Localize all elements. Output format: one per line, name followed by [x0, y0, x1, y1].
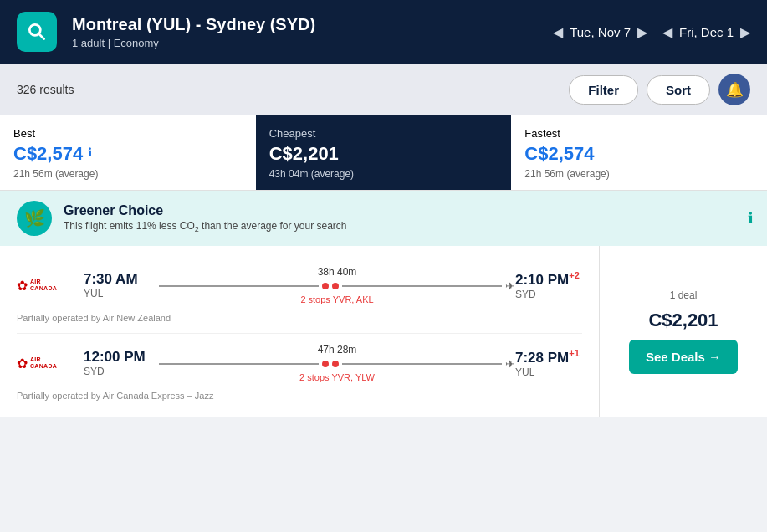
return-stop-dot-2	[332, 361, 339, 367]
outbound-line: ✈	[159, 279, 515, 293]
route-info: Montreal (YUL) - Sydney (SYD) 1 adult | …	[72, 15, 538, 49]
return-line-2	[342, 363, 502, 365]
return-next-arrow[interactable]: ▶	[740, 24, 750, 40]
see-deals-label: See Deals →	[646, 350, 721, 364]
plane-icon-return: ✈	[505, 357, 515, 371]
return-line: ✈	[159, 357, 515, 371]
outbound-arrive-airport: SYD	[515, 289, 582, 300]
toolbar-actions: Filter Sort 🔔	[569, 74, 750, 105]
deal-price: C$2,201	[648, 309, 718, 331]
depart-date-nav: ◀ Tue, Nov 7 ▶	[553, 24, 647, 40]
outbound-arrive-time: 2:10 PM+2	[515, 270, 582, 289]
greener-subtitle: This flight emits 11% less CO2 than the …	[64, 220, 347, 233]
tab-best-duration: 21h 56m (average)	[13, 168, 243, 180]
outbound-depart-airport: YUL	[84, 288, 159, 299]
filter-button[interactable]: Filter	[569, 75, 638, 105]
greener-title: Greener Choice	[64, 203, 347, 218]
tab-fastest-label: Fastest	[524, 127, 754, 140]
greener-info-icon[interactable]: ℹ	[748, 209, 754, 228]
tab-best-price: C$2,574	[13, 143, 83, 165]
toolbar: 326 results Filter Sort 🔔	[0, 64, 767, 115]
flight-card: ✿ AIRCANADA 7:30 AM YUL 38h 40m ✈ 2 st	[0, 246, 767, 417]
outbound-stops: 2 stops YVR, AKL	[300, 294, 373, 304]
tab-fastest-price-row: C$2,574	[524, 140, 754, 165]
bell-icon: 🔔	[726, 81, 744, 99]
bell-button[interactable]: 🔔	[718, 74, 750, 105]
flight-card-right: 1 deal C$2,201 See Deals →	[600, 246, 767, 417]
return-middle: 47h 28m ✈ 2 stops YVR, YLW	[159, 344, 515, 382]
return-stop-dot-1	[322, 361, 329, 367]
depart-date: Tue, Nov 7	[570, 25, 631, 39]
return-line-1	[159, 363, 319, 365]
airline-logo-return: ✿ AIRCANADA	[17, 356, 84, 371]
tab-cheapest-price: C$2,201	[269, 143, 339, 165]
greener-text: Greener Choice This flight emits 11% les…	[64, 203, 347, 233]
maple-leaf-icon-2: ✿	[17, 356, 28, 371]
outbound-arrive: 2:10 PM+2 SYD	[515, 270, 582, 300]
return-depart: 12:00 PM SYD	[84, 349, 159, 377]
partial-op-1: Partially operated by Air New Zealand	[17, 311, 582, 330]
tab-best-price-row: C$2,574 ℹ	[13, 140, 243, 165]
tab-best-label: Best	[13, 127, 243, 140]
route-title: Montreal (YUL) - Sydney (SYD)	[72, 15, 538, 34]
outbound-middle: 38h 40m ✈ 2 stops YVR, AKL	[159, 266, 515, 304]
deal-count: 1 deal	[670, 289, 698, 301]
return-depart-airport: SYD	[84, 366, 159, 377]
info-icon-best[interactable]: ℹ	[88, 146, 92, 159]
tab-fastest-duration: 21h 56m (average)	[524, 168, 754, 180]
return-arrive-time: 7:28 PM+1	[515, 348, 582, 366]
return-arrive: 7:28 PM+1 YUL	[515, 348, 582, 378]
sort-button[interactable]: Sort	[647, 75, 710, 105]
see-deals-button[interactable]: See Deals →	[629, 340, 738, 374]
airline-name-1: AIRCANADA	[30, 279, 57, 293]
return-date-nav: ◀ Fri, Dec 1 ▶	[662, 24, 750, 40]
tab-cheapest[interactable]: Cheapest C$2,201 43h 04m (average)	[256, 115, 512, 190]
outbound-day-offset: +2	[569, 270, 580, 280]
outbound-depart-time: 7:30 AM	[84, 271, 159, 288]
tab-fastest[interactable]: Fastest C$2,574 21h 56m (average)	[511, 115, 767, 190]
greener-icon: 🌿	[17, 201, 52, 236]
svg-line-1	[39, 34, 44, 39]
airline-logo-outbound: ✿ AIRCANADA	[17, 278, 84, 294]
return-stops: 2 stops YVR, YLW	[299, 372, 375, 382]
line-segment-2	[342, 285, 502, 287]
tab-fastest-price: C$2,574	[524, 143, 594, 165]
return-arrive-airport: YUL	[515, 366, 582, 378]
airline-name-2: AIRCANADA	[30, 356, 57, 371]
return-date: Fri, Dec 1	[679, 25, 734, 39]
depart-prev-arrow[interactable]: ◀	[553, 24, 563, 40]
route-sub: 1 adult | Economy	[72, 37, 538, 49]
sort-tabs: Best C$2,574 ℹ 21h 56m (average) Cheapes…	[0, 115, 767, 191]
return-duration: 47h 28m	[318, 344, 357, 356]
tab-cheapest-price-row: C$2,201	[269, 140, 499, 165]
depart-next-arrow[interactable]: ▶	[637, 24, 647, 40]
search-icon	[26, 21, 48, 43]
search-icon-btn[interactable]	[17, 12, 57, 52]
stop-dot-2	[332, 283, 339, 289]
maple-leaf-icon: ✿	[17, 278, 28, 294]
return-day-offset: +1	[569, 348, 580, 358]
flight-card-main: ✿ AIRCANADA 7:30 AM YUL 38h 40m ✈ 2 st	[0, 246, 600, 417]
leg-divider	[17, 333, 582, 334]
greener-banner: 🌿 Greener Choice This flight emits 11% l…	[0, 191, 767, 246]
header: Montreal (YUL) - Sydney (SYD) 1 adult | …	[0, 0, 767, 64]
return-prev-arrow[interactable]: ◀	[662, 24, 672, 40]
air-canada-logo-1: ✿ AIRCANADA	[17, 278, 84, 294]
line-segment-1	[159, 285, 319, 287]
partial-op-2: Partially operated by Air Canada Express…	[17, 389, 582, 407]
outbound-duration: 38h 40m	[318, 266, 357, 278]
flight-leg-return: ✿ AIRCANADA 12:00 PM SYD 47h 28m ✈ 2 s	[17, 337, 582, 389]
flight-leg-outbound: ✿ AIRCANADA 7:30 AM YUL 38h 40m ✈ 2 st	[17, 259, 582, 311]
tab-cheapest-duration: 43h 04m (average)	[269, 168, 499, 180]
stop-dot-1	[322, 283, 329, 289]
tab-best[interactable]: Best C$2,574 ℹ 21h 56m (average)	[0, 115, 256, 190]
air-canada-logo-2: ✿ AIRCANADA	[17, 356, 84, 371]
plane-icon-outbound: ✈	[505, 279, 515, 293]
outbound-depart: 7:30 AM YUL	[84, 271, 159, 299]
results-count: 326 results	[17, 83, 74, 96]
return-depart-time: 12:00 PM	[84, 349, 159, 366]
tab-cheapest-label: Cheapest	[269, 127, 499, 140]
